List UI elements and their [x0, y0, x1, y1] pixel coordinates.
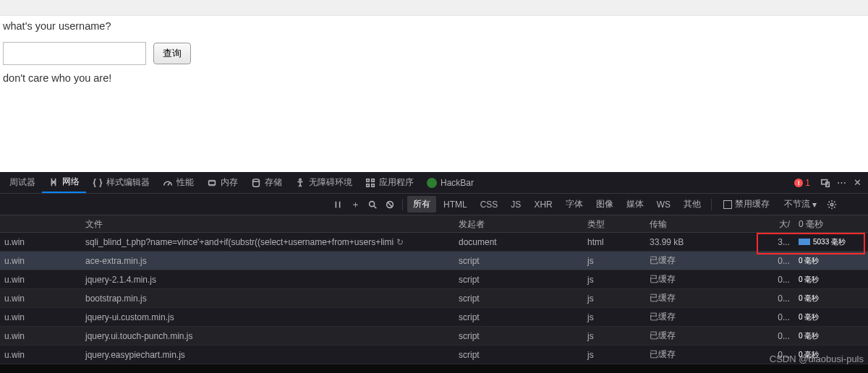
apps-icon [365, 178, 375, 188]
hackbar-icon [427, 178, 437, 188]
tab-accessibility[interactable]: 无障碍环境 [289, 173, 359, 193]
table-row[interactable]: u.winbootstrap.min.jsscriptjs已缓存0...0 毫秒 [0, 289, 868, 308]
filter-images[interactable]: 图像 [590, 196, 619, 213]
retry-icon: ↻ [396, 237, 404, 247]
watermark-text: CSDN @diaobusi-puls [770, 353, 864, 364]
filter-html[interactable]: HTML [438, 197, 473, 212]
gear-icon[interactable] [824, 197, 840, 213]
col-type[interactable]: 类型 [583, 215, 645, 232]
cell-size: 3... [755, 237, 794, 247]
close-icon[interactable]: ✕ [849, 175, 865, 191]
cell-transfer: 已缓存 [645, 254, 755, 267]
svg-rect-4 [372, 179, 375, 181]
col-size[interactable]: 大/ [755, 215, 794, 232]
cell-domain: u.win [0, 237, 81, 247]
cell-type: js [583, 293, 645, 304]
block-icon[interactable] [382, 197, 398, 213]
filter-media[interactable]: 媒体 [621, 196, 650, 213]
table-row[interactable]: u.winace-extra.min.jsscriptjs已缓存0...0 毫秒 [0, 252, 868, 270]
network-toolbar: ＋ 所有 HTML CSS JS XHR 字体 图像 媒体 WS 其他 禁用缓存… [0, 194, 868, 215]
memory-icon [207, 178, 217, 188]
tab-storage[interactable]: 存储 [244, 173, 289, 193]
cell-time: 5033 毫秒 [794, 236, 868, 247]
cell-time: 0 毫秒 [794, 312, 868, 322]
filter-css[interactable]: CSS [475, 197, 504, 212]
cell-transfer: 已缓存 [645, 348, 755, 361]
table-row[interactable]: u.winjquery-ui.custom.min.jsscriptjs已缓存0… [0, 308, 868, 327]
tab-debugger[interactable]: 周试器 [3, 173, 42, 193]
error-icon: ! [794, 179, 803, 187]
cell-initiator: document [454, 237, 583, 247]
filter-fonts[interactable]: 字体 [560, 196, 589, 213]
table-row[interactable]: u.winjquery.easypiechart.min.jsscriptjs已… [0, 346, 868, 364]
cell-file: sqli_blind_t.php?name=vince'+and+if(subs… [81, 237, 454, 247]
cell-file: jquery-2.1.4.min.js [81, 275, 454, 285]
col-domain[interactable] [0, 215, 81, 232]
cell-time: 0 毫秒 [794, 274, 868, 285]
cell-initiator: script [454, 312, 583, 322]
cell-time: 0 毫秒 [794, 255, 868, 266]
query-button[interactable]: 查询 [153, 43, 191, 64]
responsive-design-icon[interactable] [817, 175, 833, 191]
table-row[interactable]: u.winsqli_blind_t.php?name=vince'+and+if… [0, 233, 868, 252]
timing-bar [799, 239, 810, 245]
cell-size: 0... [755, 293, 794, 304]
cell-size: 0... [755, 256, 794, 266]
error-count-badge[interactable]: ! 1 [794, 178, 810, 188]
prompt-text: what's your username? [3, 20, 865, 32]
tab-network[interactable]: 网络 [42, 173, 86, 193]
cell-transfer: 已缓存 [645, 292, 755, 304]
filter-js[interactable]: JS [505, 197, 527, 212]
cell-time: 0 毫秒 [794, 330, 868, 341]
svg-point-2 [299, 179, 302, 181]
cell-domain: u.win [0, 331, 81, 341]
cell-file: jquery-ui.custom.min.js [81, 312, 454, 322]
col-transfer[interactable]: 传输 [645, 215, 755, 232]
chevron-down-icon: ▾ [812, 200, 817, 210]
filter-all[interactable]: 所有 [407, 196, 436, 213]
meatballs-icon[interactable]: ⋯ [833, 175, 849, 191]
svg-point-11 [830, 203, 833, 206]
search-icon[interactable] [365, 197, 380, 213]
cell-initiator: script [454, 331, 583, 341]
svg-point-1 [253, 179, 260, 181]
throttle-select[interactable]: 不节流 ▾ [778, 198, 822, 210]
checkbox-icon [723, 200, 732, 209]
cell-type: js [583, 350, 645, 360]
svg-rect-0 [209, 181, 216, 184]
col-file[interactable]: 文件 [81, 215, 454, 232]
cell-type: js [583, 312, 645, 322]
cell-transfer: 已缓存 [645, 330, 755, 342]
plus-icon[interactable]: ＋ [347, 197, 363, 213]
filter-xhr[interactable]: XHR [528, 197, 558, 212]
tab-style-editor[interactable]: 样式编辑器 [86, 173, 156, 193]
cell-initiator: script [454, 293, 583, 304]
cell-domain: u.win [0, 256, 81, 266]
page-content-area: what's your username? 查询 don't care who … [0, 0, 868, 172]
tab-memory[interactable]: 内存 [200, 173, 244, 193]
col-time[interactable]: 0 毫秒 [794, 215, 868, 232]
table-row[interactable]: u.winjquery.ui.touch-punch.min.jsscriptj… [0, 327, 868, 346]
cell-domain: u.win [0, 275, 81, 285]
filter-ws[interactable]: WS [651, 197, 676, 212]
cell-transfer: 已缓存 [645, 273, 755, 286]
cell-type: js [583, 275, 645, 285]
gauge-icon [163, 178, 173, 188]
pause-icon[interactable] [330, 197, 346, 213]
col-initiator[interactable]: 发起者 [454, 215, 583, 232]
devtools-panel: 周试器 网络 样式编辑器 性能 内存 存储 无障碍环境 应用程序 [0, 172, 868, 373]
filter-other[interactable]: 其他 [678, 196, 707, 213]
accessibility-icon [295, 178, 305, 188]
disable-cache-checkbox[interactable]: 禁用缓存 [723, 198, 770, 210]
tab-performance[interactable]: 性能 [156, 173, 200, 193]
response-text: don't care who you are! [3, 72, 865, 84]
tab-application[interactable]: 应用程序 [359, 173, 420, 193]
tab-hackbar[interactable]: HackBar [420, 173, 480, 193]
table-row[interactable]: u.winjquery-2.1.4.min.jsscriptjs已缓存0...0… [0, 270, 868, 289]
storage-icon [251, 178, 261, 188]
username-input[interactable] [3, 42, 146, 65]
svg-point-9 [370, 201, 375, 206]
devtools-tabbar: 周试器 网络 样式编辑器 性能 内存 存储 无障碍环境 应用程序 [0, 172, 868, 194]
cell-domain: u.win [0, 293, 81, 304]
cell-type: js [583, 256, 645, 266]
